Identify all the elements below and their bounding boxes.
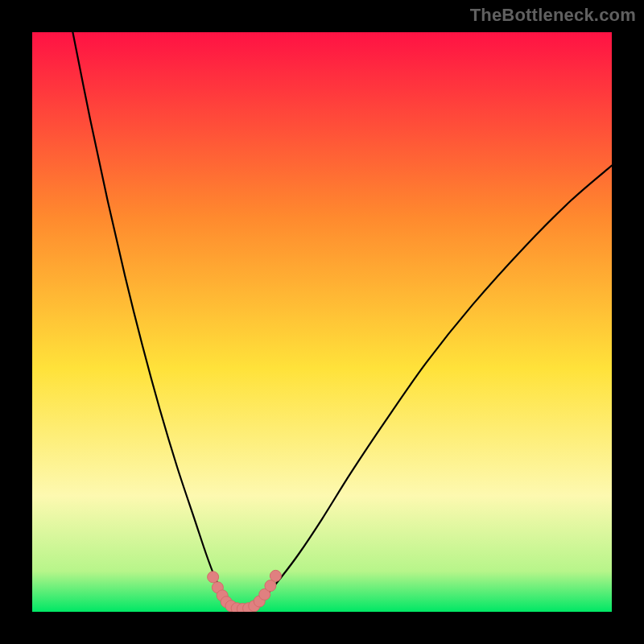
watermark-text: TheBottleneck.com xyxy=(470,5,636,26)
data-marker xyxy=(270,570,281,581)
plot-svg xyxy=(32,32,612,612)
chart-stage: TheBottleneck.com xyxy=(0,0,644,644)
plot-area xyxy=(32,32,612,612)
data-marker xyxy=(265,580,276,592)
gradient-background xyxy=(32,32,612,612)
data-marker xyxy=(208,572,219,583)
